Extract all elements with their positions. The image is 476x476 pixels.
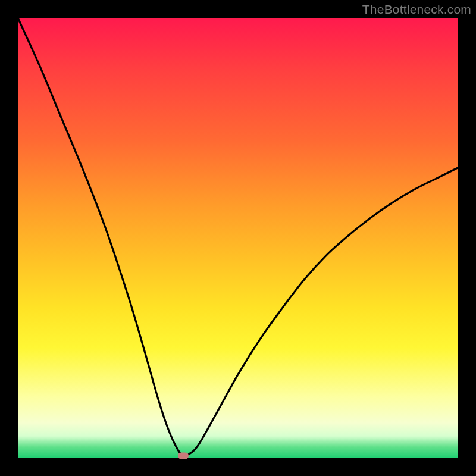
- minimum-marker: [178, 453, 189, 459]
- chart-frame: TheBottleneck.com: [0, 0, 476, 476]
- bottleneck-curve: [18, 18, 458, 458]
- plot-area: [18, 18, 458, 458]
- watermark-text: TheBottleneck.com: [362, 2, 471, 17]
